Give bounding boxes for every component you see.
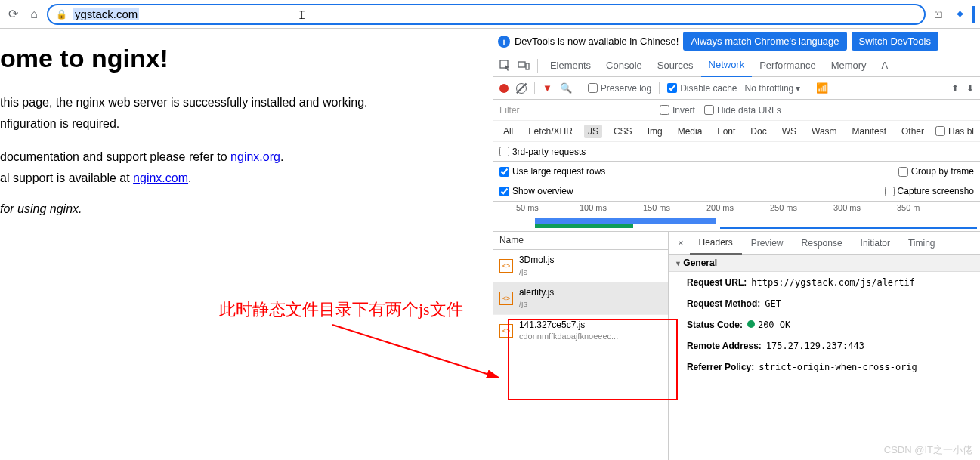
capture-screenshots-checkbox[interactable]: Capture screensho [885, 186, 974, 196]
filter-js[interactable]: JS [584, 125, 602, 138]
filter-font[interactable]: Font [713, 125, 739, 138]
chevron-down-icon: ▾ [796, 83, 800, 94]
timeline-bar [720, 227, 977, 229]
svg-rect-2 [526, 63, 529, 69]
detail-tab-initiator[interactable]: Initiator [852, 232, 899, 255]
third-party-checkbox[interactable]: 3rd-party requests [499, 147, 586, 157]
filter-fetch[interactable]: Fetch/XHR [524, 125, 577, 138]
filter-doc[interactable]: Doc [747, 125, 770, 138]
address-bar: ⟳ ⌂ 🔒 ygstack.com 𝙸 ⏍ ✦ [0, 0, 980, 29]
inspect-icon[interactable] [496, 57, 515, 75]
tab-sources[interactable]: Sources [650, 54, 701, 77]
network-conditions-icon[interactable]: 📶 [816, 82, 828, 94]
group-frame-checkbox[interactable]: Group by frame [898, 166, 974, 177]
text-cursor-icon: 𝙸 [298, 8, 306, 22]
request-detail: × Headers Preview Response Initiator Tim… [669, 232, 980, 460]
filter-input[interactable]: Filter [499, 105, 651, 116]
request-method: Request Method:GET [669, 293, 980, 314]
timeline-tick: 300 ms [833, 203, 897, 212]
bookmark-star-icon[interactable]: ✦ [951, 6, 968, 23]
throttling-select[interactable]: No throttling ▾ [745, 83, 801, 94]
page-paragraph: nfiguration is required. [0, 116, 493, 132]
filter-manifest[interactable]: Manifest [849, 125, 890, 138]
filter-css[interactable]: CSS [610, 125, 636, 138]
filter-other[interactable]: Other [898, 125, 928, 138]
watermark: CSDN @IT之一小佬 [884, 443, 972, 457]
disable-cache-checkbox[interactable]: Disable cache [667, 83, 737, 94]
devtools-tabs: Elements Console Sources Network Perform… [493, 54, 980, 77]
omnibox[interactable]: 🔒 ygstack.com 𝙸 [47, 4, 926, 25]
banner-text: DevTools is now available in Chinese! [515, 36, 679, 47]
third-party-row: 3rd-party requests [493, 142, 980, 162]
url-text: ygstack.com [73, 8, 139, 20]
show-overview-checkbox[interactable]: Show overview [499, 186, 573, 196]
tab-performance[interactable]: Performance [752, 54, 823, 77]
timeline-tick: 350 m [897, 203, 960, 212]
has-blocked-checkbox[interactable]: Has bl [935, 126, 974, 137]
filter-icon[interactable]: ▼ [543, 82, 552, 94]
request-row[interactable]: <> 141.327ce5c7.jscdonnmffkdaoajfknoeeec… [493, 315, 668, 347]
js-file-icon: <> [499, 324, 513, 338]
detail-tab-headers[interactable]: Headers [690, 232, 742, 255]
request-list: Name <> 3Dmol.js/js <> alertify.js/js <>… [493, 232, 669, 460]
extension-icon[interactable] [972, 6, 975, 23]
search-icon[interactable]: 🔍 [560, 82, 572, 94]
referrer-policy: Referrer Policy:strict-origin-when-cross… [669, 357, 980, 378]
tab-memory[interactable]: Memory [824, 54, 874, 77]
filter-row: Filter Invert Hide data URLs [493, 100, 980, 121]
page-content: ome to nginx! this page, the nginx web s… [0, 29, 493, 460]
timeline-bar [535, 224, 633, 228]
tab-console[interactable]: Console [598, 54, 650, 77]
share-icon[interactable]: ⏍ [930, 6, 947, 23]
preserve-log-checkbox[interactable]: Preserve log [588, 83, 651, 94]
timeline-tick: 50 ms [516, 203, 580, 212]
page-paragraph: this page, the nginx web server is succe… [0, 94, 493, 111]
status-code: Status Code:200 OK [669, 314, 980, 335]
close-icon[interactable]: × [672, 237, 690, 249]
export-icon[interactable]: ⬇ [966, 83, 974, 94]
detail-tab-response[interactable]: Response [793, 232, 852, 255]
page-thanks: for using nginx. [0, 201, 493, 218]
import-icon[interactable]: ⬆ [951, 83, 959, 94]
nginx-com-link[interactable]: nginx.com [133, 171, 188, 184]
svg-rect-1 [518, 62, 525, 67]
type-filter-row: All Fetch/XHR JS CSS Img Media Font Doc … [493, 121, 980, 142]
js-file-icon: <> [499, 259, 513, 273]
info-icon: i [498, 36, 510, 48]
clear-button[interactable] [516, 83, 527, 94]
timeline-bar [535, 218, 716, 224]
record-button[interactable] [499, 84, 509, 93]
detail-tab-preview[interactable]: Preview [742, 232, 793, 255]
timeline-overview[interactable]: 50 ms 100 ms 150 ms 200 ms 250 ms 300 ms… [493, 202, 980, 232]
nginx-org-link[interactable]: nginx.org [230, 150, 280, 163]
timeline-tick: 100 ms [580, 203, 643, 212]
column-header-name[interactable]: Name [493, 232, 668, 250]
large-rows-checkbox[interactable]: Use large request rows [499, 166, 605, 177]
remote-address: Remote Address:175.27.129.237:443 [669, 335, 980, 357]
reload-icon[interactable]: ⟳ [5, 6, 21, 23]
filter-ws[interactable]: WS [778, 125, 800, 138]
invert-checkbox[interactable]: Invert [660, 105, 695, 116]
tab-application[interactable]: A [874, 54, 896, 77]
timeline-tick: 150 ms [643, 203, 706, 212]
tab-network[interactable]: Network [701, 54, 753, 77]
device-icon[interactable] [515, 57, 533, 75]
switch-devtools-button[interactable]: Switch DevTools [852, 32, 938, 51]
request-row[interactable]: <> 3Dmol.js/js [493, 250, 668, 282]
detail-tab-timing[interactable]: Timing [899, 232, 944, 255]
tab-elements[interactable]: Elements [543, 54, 598, 77]
timeline-tick: 200 ms [706, 203, 770, 212]
filter-media[interactable]: Media [674, 125, 706, 138]
page-title: ome to nginx! [0, 44, 493, 73]
request-url: Request URL:https://ygstack.com/js/alert… [669, 272, 980, 293]
filter-img[interactable]: Img [644, 125, 666, 138]
general-section-header[interactable]: General [669, 255, 980, 272]
match-language-button[interactable]: Always match Chrome's language [683, 32, 846, 51]
request-row[interactable]: <> alertify.js/js [493, 282, 668, 315]
js-file-icon: <> [499, 292, 513, 305]
home-icon[interactable]: ⌂ [26, 6, 42, 23]
hide-data-urls-checkbox[interactable]: Hide data URLs [704, 105, 781, 116]
filter-wasm[interactable]: Wasm [808, 125, 841, 138]
filter-all[interactable]: All [499, 125, 517, 138]
devtools-panel: i DevTools is now available in Chinese! … [493, 29, 980, 460]
